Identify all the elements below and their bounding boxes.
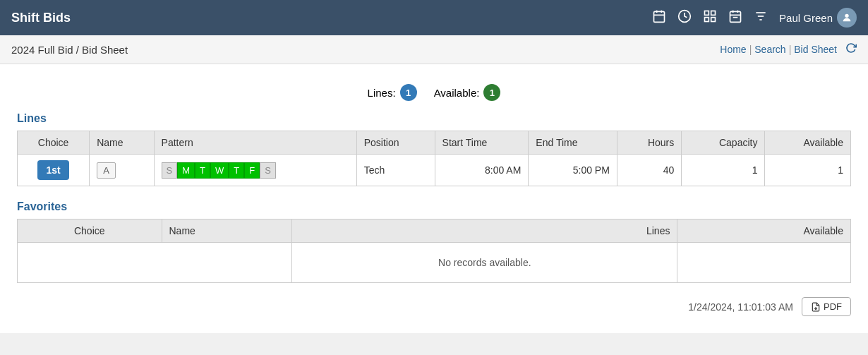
col-hours: Hours (617, 131, 681, 155)
choice-cell: 1st (18, 155, 90, 186)
favorites-empty-left (18, 243, 292, 283)
bidsheet-link[interactable]: Bid Sheet (794, 44, 837, 55)
svg-rect-8 (711, 17, 716, 21)
col-available: Available (765, 131, 851, 155)
table-row: 1stASMTWTFSTech8:00 AM5:00 PM4011 (18, 155, 851, 186)
footer-row: 1/24/2024, 11:01:03 AM PDF (17, 297, 851, 316)
lines-header-row: Choice Name Pattern Position Start Time … (18, 131, 851, 155)
avatar (837, 8, 857, 28)
col-capacity: Capacity (682, 131, 765, 155)
home-link[interactable]: Home (720, 44, 746, 55)
clock-icon[interactable] (677, 9, 692, 27)
top-header: Shift Bids Paul Green (0, 0, 868, 35)
calendar2-icon[interactable] (728, 9, 742, 27)
user-name: Paul Green (779, 12, 833, 24)
user-info: Paul Green (779, 8, 857, 28)
fav-col-choice: Choice (18, 219, 162, 243)
header-icons (652, 9, 768, 27)
col-pattern: Pattern (154, 131, 356, 155)
pdf-icon (811, 302, 821, 312)
filter-icon[interactable] (754, 9, 768, 27)
lines-stat: Lines: 1 (368, 84, 417, 101)
lines-table: Choice Name Pattern Position Start Time … (17, 131, 851, 186)
lines-badge: 1 (400, 84, 417, 101)
favorites-table: Choice Name Lines Available No records a… (17, 219, 851, 283)
lines-label: Lines: (368, 87, 396, 99)
favorites-no-records: No records available. (292, 243, 677, 283)
favorites-header-row: Choice Name Lines Available (18, 219, 851, 243)
svg-rect-0 (654, 11, 665, 22)
pdf-button[interactable]: PDF (802, 297, 851, 316)
day-pill: S (260, 162, 276, 179)
favorites-no-records-row: No records available. (18, 243, 851, 283)
choice-button[interactable]: 1st (37, 160, 68, 180)
capacity-cell: 1 (682, 155, 765, 186)
favorites-heading: Favorites (17, 200, 851, 213)
fav-col-lines: Lines (292, 219, 677, 243)
available-label: Available: (434, 87, 480, 99)
svg-rect-5 (705, 11, 709, 15)
hours-cell: 40 (617, 155, 681, 186)
calendar-icon[interactable] (652, 9, 666, 27)
day-pill: M (177, 162, 195, 179)
col-name: Name (90, 131, 154, 155)
breadcrumb-text: 2024 Full Bid / Bid Sheet (11, 44, 128, 56)
grid-icon[interactable] (703, 9, 717, 27)
name-cell: A (90, 155, 154, 186)
available-badge: 1 (483, 84, 500, 101)
position-cell: Tech (356, 155, 435, 186)
day-pill: T (229, 162, 244, 179)
lines-heading: Lines (17, 112, 851, 125)
pattern-days: SMTWTFS (162, 162, 349, 179)
pattern-cell: SMTWTFS (154, 155, 356, 186)
col-position: Position (356, 131, 435, 155)
available-stat: Available: 1 (434, 84, 501, 101)
app-title: Shift Bids (11, 11, 71, 25)
pdf-label: PDF (824, 301, 842, 312)
col-choice: Choice (18, 131, 90, 155)
main-content: Lines: 1 Available: 1 Lines Choice Name … (0, 64, 868, 333)
fav-col-available: Available (677, 219, 851, 243)
svg-rect-7 (705, 17, 709, 21)
sep-2: | (789, 44, 792, 55)
breadcrumb-bar: 2024 Full Bid / Bid Sheet Home | Search … (0, 35, 868, 64)
day-pill: W (210, 162, 229, 179)
day-pill: S (162, 162, 178, 179)
name-pill: A (97, 162, 116, 179)
timestamp: 1/24/2024, 11:01:03 AM (688, 301, 793, 313)
breadcrumb-nav: Home | Search | Bid Sheet (720, 42, 857, 56)
svg-rect-6 (711, 11, 716, 15)
search-link[interactable]: Search (754, 44, 785, 55)
day-pill: T (195, 162, 210, 179)
available-cell: 1 (765, 155, 851, 186)
col-start-time: Start Time (435, 131, 529, 155)
col-end-time: End Time (529, 131, 617, 155)
start-time-cell: 8:00 AM (435, 155, 529, 186)
favorites-empty-right (677, 243, 851, 283)
svg-point-17 (845, 14, 848, 18)
sep-1: | (749, 44, 752, 55)
refresh-icon[interactable] (845, 42, 857, 56)
stats-bar: Lines: 1 Available: 1 (17, 76, 851, 112)
day-pill: F (244, 162, 260, 179)
end-time-cell: 5:00 PM (529, 155, 617, 186)
fav-col-name: Name (162, 219, 292, 243)
